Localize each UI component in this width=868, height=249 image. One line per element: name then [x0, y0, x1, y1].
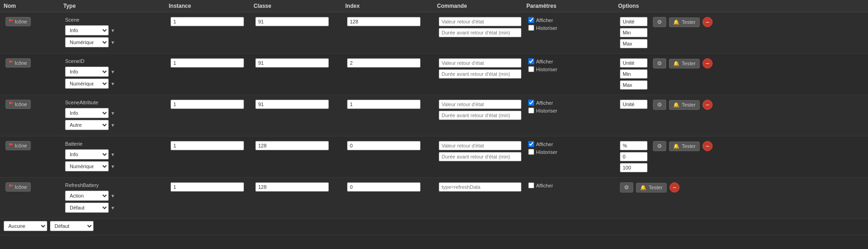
type-select[interactable]: Info Action — [65, 149, 109, 159]
remove-button[interactable]: − — [702, 141, 713, 151]
afficher-text: Afficher — [536, 100, 553, 106]
type-select[interactable]: Info Action — [65, 67, 109, 77]
max-input[interactable] — [620, 80, 647, 90]
gear-button[interactable] — [653, 100, 666, 110]
type-select[interactable]: Info Action — [65, 25, 109, 35]
options-cell: 🔔 Tester − — [618, 140, 864, 173]
icone-button[interactable]: Icône — [6, 182, 31, 192]
icone-button[interactable]: Icône — [6, 141, 31, 150]
classe-input[interactable] — [255, 100, 329, 109]
instance-input[interactable] — [171, 141, 244, 150]
subtype-row: Numérique ▼ — [65, 37, 167, 47]
remove-button[interactable]: − — [702, 58, 713, 68]
instance-input[interactable] — [171, 17, 244, 26]
gear-button[interactable] — [653, 141, 666, 151]
subtype-select[interactable]: Numérique — [65, 161, 109, 171]
historiser-label[interactable]: Historiser — [528, 108, 616, 113]
index-input[interactable] — [347, 58, 420, 68]
tester-button[interactable]: 🔔 Tester — [669, 17, 700, 27]
historiser-label[interactable]: Historiser — [528, 149, 616, 155]
commande2-input[interactable] — [439, 152, 521, 161]
remove-button[interactable]: − — [702, 100, 713, 110]
afficher-checkbox[interactable] — [528, 17, 534, 23]
historiser-checkbox[interactable] — [528, 66, 534, 72]
afficher-label[interactable]: Afficher — [528, 141, 616, 147]
gear-button[interactable] — [653, 17, 666, 27]
afficher-checkbox[interactable] — [528, 100, 534, 106]
subtype-select[interactable]: Numérique — [65, 37, 109, 47]
icone-button[interactable]: Icône — [6, 17, 31, 26]
commande2-input[interactable] — [439, 28, 521, 37]
index-input[interactable] — [347, 17, 420, 26]
commande1-input[interactable] — [439, 17, 521, 26]
remove-button[interactable]: − — [702, 17, 713, 27]
tester-button[interactable]: 🔔 Tester — [636, 183, 667, 192]
options-cell: 🔔 Tester − — [618, 16, 864, 49]
type-name-label: Batterie — [65, 141, 167, 147]
max-input[interactable] — [620, 163, 647, 172]
remove-button[interactable]: − — [669, 182, 680, 192]
historiser-label[interactable]: Historiser — [528, 25, 616, 31]
instance-input[interactable] — [171, 100, 244, 109]
index-input[interactable] — [347, 182, 420, 192]
tester-button[interactable]: 🔔 Tester — [669, 100, 700, 110]
tester-label: Tester — [682, 61, 696, 66]
classe-input[interactable] — [255, 182, 329, 192]
commande-cell — [437, 140, 526, 162]
type-cell: SceneAttribute Info Action ▼ Autre ▼ — [63, 99, 169, 131]
instance-cell — [169, 16, 254, 27]
commande2-input[interactable] — [439, 69, 521, 79]
instance-input[interactable] — [171, 58, 244, 68]
icone-button[interactable]: Icône — [6, 58, 31, 68]
gear-button[interactable] — [620, 182, 633, 192]
commande2-input[interactable] — [439, 111, 521, 120]
afficher-checkbox[interactable] — [528, 182, 534, 188]
index-input[interactable] — [347, 141, 420, 150]
gear-button[interactable] — [653, 58, 666, 68]
bottom-select-1[interactable]: Aucune — [4, 221, 47, 231]
min-input[interactable] — [620, 69, 647, 79]
unite-input[interactable] — [620, 100, 647, 109]
type-select[interactable]: Action Info — [65, 191, 109, 201]
icone-button[interactable]: Icône — [6, 100, 31, 109]
historiser-checkbox[interactable] — [528, 108, 534, 113]
subtype-select[interactable]: Défaut — [65, 203, 109, 213]
commande1-input[interactable] — [439, 141, 521, 150]
historiser-label[interactable]: Historiser — [528, 66, 616, 72]
classe-input[interactable] — [255, 17, 329, 26]
bottom-select-2[interactable]: Défaut — [50, 221, 94, 231]
commande1-input[interactable] — [439, 100, 521, 109]
main-table: Nom Type Instance Classe Index Commande … — [0, 0, 868, 235]
index-input[interactable] — [347, 100, 420, 109]
min-input[interactable] — [620, 28, 647, 37]
subtype-select[interactable]: Numérique — [65, 79, 109, 89]
unite-input[interactable] — [620, 58, 647, 68]
unite-input[interactable] — [620, 141, 647, 150]
afficher-text: Afficher — [536, 59, 553, 64]
subtype-select[interactable]: Autre — [65, 120, 109, 130]
afficher-checkbox[interactable] — [528, 58, 534, 64]
tester-button[interactable]: 🔔 Tester — [669, 59, 700, 68]
historiser-checkbox[interactable] — [528, 25, 534, 31]
tester-button[interactable]: 🔔 Tester — [669, 141, 700, 151]
afficher-label[interactable]: Afficher — [528, 17, 616, 23]
classe-input[interactable] — [255, 58, 329, 68]
afficher-label[interactable]: Afficher — [528, 58, 616, 64]
nom-cell: Icône — [4, 181, 63, 192]
type-select[interactable]: Info Action — [65, 108, 109, 118]
afficher-label[interactable]: Afficher — [528, 182, 616, 188]
instance-input[interactable] — [171, 182, 244, 192]
classe-input[interactable] — [255, 141, 329, 150]
table-row: Icône Batterie Info Action ▼ Numérique ▼ — [0, 136, 868, 178]
max-input[interactable] — [620, 39, 647, 48]
afficher-label[interactable]: Afficher — [528, 100, 616, 106]
afficher-checkbox[interactable] — [528, 141, 534, 147]
options-cell: 🔔 Tester − — [618, 57, 864, 91]
unite-input[interactable] — [620, 17, 647, 26]
bell-icon: 🔔 — [640, 185, 647, 190]
historiser-checkbox[interactable] — [528, 149, 534, 155]
commande1-input[interactable] — [439, 58, 521, 68]
bell-icon: 🔔 — [673, 61, 680, 66]
commande1-input[interactable] — [439, 182, 521, 192]
min-input[interactable] — [620, 152, 647, 161]
